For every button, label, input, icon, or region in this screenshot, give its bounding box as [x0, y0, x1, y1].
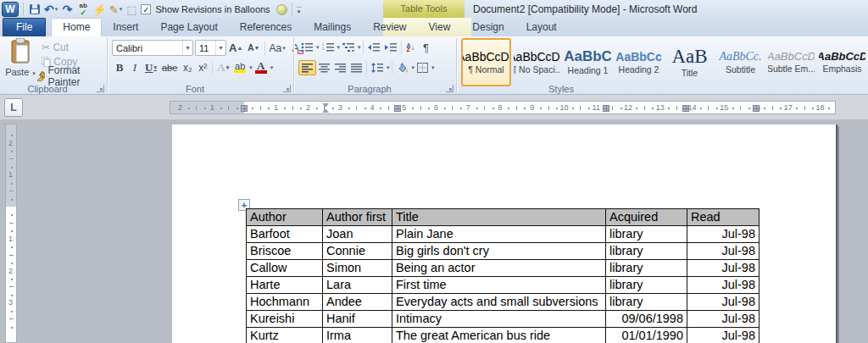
table-cell[interactable]: 09/06/1998 [606, 311, 687, 328]
style-heading-1[interactable]: AaBbCHeading 1 [563, 38, 613, 86]
column-header-acquired[interactable]: Acquired [606, 209, 687, 226]
multilevel-list-button[interactable] [340, 40, 357, 55]
undo-button[interactable]: ↶▾ [44, 2, 58, 17]
decrease-indent-button[interactable] [365, 40, 382, 55]
increase-indent-button[interactable] [382, 40, 399, 55]
table-cell[interactable]: library [606, 277, 687, 294]
table-cell[interactable]: Jul-98 [687, 328, 760, 343]
highlight-color-button[interactable]: ab [231, 60, 248, 75]
horizontal-ruler[interactable]: 21123456789101112131415161718 [170, 101, 836, 114]
paste-button[interactable]: Paste ▾ [3, 38, 37, 91]
track-changes-button[interactable]: ⚡ [92, 2, 106, 17]
tab-home[interactable]: Home [51, 18, 102, 36]
pen-tool-button[interactable]: ✎▾ [108, 2, 122, 17]
tab-mailings[interactable]: Mailings [303, 19, 362, 36]
table-cell[interactable]: Kureishi [247, 311, 323, 328]
select-table-button[interactable]: ⬚ [125, 2, 138, 17]
table-cell[interactable]: Everyday acts and small subversions [392, 294, 606, 311]
column-header-read[interactable]: Read [687, 209, 760, 226]
table-cell[interactable]: Jul-98 [687, 243, 760, 260]
table-cell[interactable]: 01/01/1990 [606, 328, 687, 343]
table-cell[interactable]: Hanif [323, 311, 392, 328]
save-button[interactable] [28, 2, 42, 17]
status-ball-icon[interactable] [276, 4, 287, 15]
text-effects-button[interactable]: A▾ [214, 60, 231, 75]
table-cell[interactable]: Barfoot [247, 226, 323, 243]
tab-review[interactable]: Review [362, 19, 417, 36]
style-subtle-em[interactable]: AaBbCcDSubtle Em... [766, 38, 816, 86]
table-cell[interactable]: Jul-98 [687, 294, 760, 311]
vertical-ruler[interactable]: 21123 [5, 124, 17, 343]
tab-insert[interactable]: Insert [102, 19, 149, 36]
superscript-button[interactable]: x² [195, 60, 210, 75]
table-cell[interactable]: Lara [323, 277, 392, 294]
align-left-button[interactable] [298, 60, 316, 75]
table-cell[interactable]: Harte [247, 277, 323, 294]
table-cell[interactable]: Big girls don't cry [392, 243, 606, 260]
subscript-button[interactable]: x₂ [180, 60, 195, 75]
table-column-marker[interactable] [603, 105, 609, 112]
grow-font-button[interactable]: A▲ [226, 41, 245, 56]
indent-marker[interactable] [322, 103, 329, 108]
table-cell[interactable]: Jul-98 [687, 311, 760, 328]
document-page[interactable]: + AuthorAuthor firstTitleAcquiredRead Ba… [172, 124, 837, 343]
shading-button[interactable] [394, 60, 411, 75]
table-cell[interactable]: The great American bus ride [392, 328, 606, 343]
table-cell[interactable]: Joan [323, 226, 392, 243]
style-heading-2[interactable]: AaBbCcHeading 2 [614, 38, 664, 86]
table-column-marker[interactable] [241, 105, 248, 112]
table-cell[interactable]: Andee [323, 294, 392, 311]
tab-page-layout[interactable]: Page Layout [149, 19, 228, 36]
table-cell[interactable]: Irma [323, 328, 392, 343]
show-revisions-checkbox[interactable]: ✓ [141, 4, 151, 14]
table-column-marker[interactable] [753, 105, 760, 112]
tab-layout[interactable]: Layout [515, 19, 568, 36]
table-cell[interactable]: First time [392, 277, 606, 294]
tab-file[interactable]: File [3, 18, 46, 36]
sort-button[interactable]: AZ↓ [403, 40, 419, 55]
table-cell[interactable]: Kurtz [247, 328, 323, 343]
bullets-button[interactable] [298, 40, 315, 55]
font-color-button[interactable]: A [253, 60, 270, 75]
table-cell[interactable]: library [606, 226, 687, 243]
table-cell[interactable]: Being an actor [392, 260, 606, 277]
table-cell[interactable]: library [606, 260, 687, 277]
table-cell[interactable]: Callow [247, 260, 323, 277]
table-cell[interactable]: Intimacy [392, 311, 606, 328]
table-cell[interactable]: Jul-98 [687, 226, 760, 243]
shrink-font-button[interactable]: A▼ [245, 41, 262, 56]
column-header-author-first[interactable]: Author first [323, 209, 392, 226]
table-cell[interactable]: Plain Jane [392, 226, 606, 243]
table-cell[interactable]: library [606, 294, 687, 311]
align-right-button[interactable] [332, 60, 348, 75]
tab-view[interactable]: View [418, 19, 462, 36]
table-column-marker[interactable] [682, 105, 689, 112]
style-title[interactable]: AaBTitle [665, 38, 715, 86]
justify-button[interactable] [348, 60, 364, 75]
column-header-title[interactable]: Title [392, 209, 606, 226]
style-emphasis[interactable]: AaBbCcDEmphasis [817, 38, 867, 86]
table-cell[interactable]: Connie [323, 243, 392, 260]
table-column-marker[interactable] [394, 105, 401, 112]
strikethrough-button[interactable]: abe [159, 60, 180, 75]
tab-design[interactable]: Design [461, 19, 515, 36]
clipboard-dialog-launcher[interactable] [97, 85, 104, 92]
show-hide-pilcrow-button[interactable]: ¶ [419, 40, 434, 55]
font-size-combo[interactable]: 11▼ [195, 40, 226, 56]
tab-references[interactable]: References [229, 19, 303, 36]
style-normal[interactable]: AaBbCcDc¶ Normal [461, 38, 511, 86]
paragraph-dialog-launcher[interactable] [446, 85, 453, 92]
cut-button[interactable]: ✂ Cut [39, 40, 71, 55]
table-cell[interactable]: library [606, 243, 687, 260]
tab-stop-selector[interactable]: L [4, 98, 23, 117]
numbering-button[interactable]: 12 [320, 40, 337, 55]
column-header-author[interactable]: Author [247, 209, 323, 226]
spelling-grammar-button[interactable]: ab✓ [76, 2, 90, 17]
line-spacing-button[interactable] [369, 60, 386, 75]
table-cell[interactable]: Hochmann [247, 294, 323, 311]
align-center-button[interactable] [316, 60, 332, 75]
change-case-button[interactable]: Aa▾ [267, 41, 288, 56]
table-cell[interactable]: Simon [323, 260, 392, 277]
bold-button[interactable]: B [112, 60, 127, 75]
table-cell[interactable]: Jul-98 [687, 277, 760, 294]
